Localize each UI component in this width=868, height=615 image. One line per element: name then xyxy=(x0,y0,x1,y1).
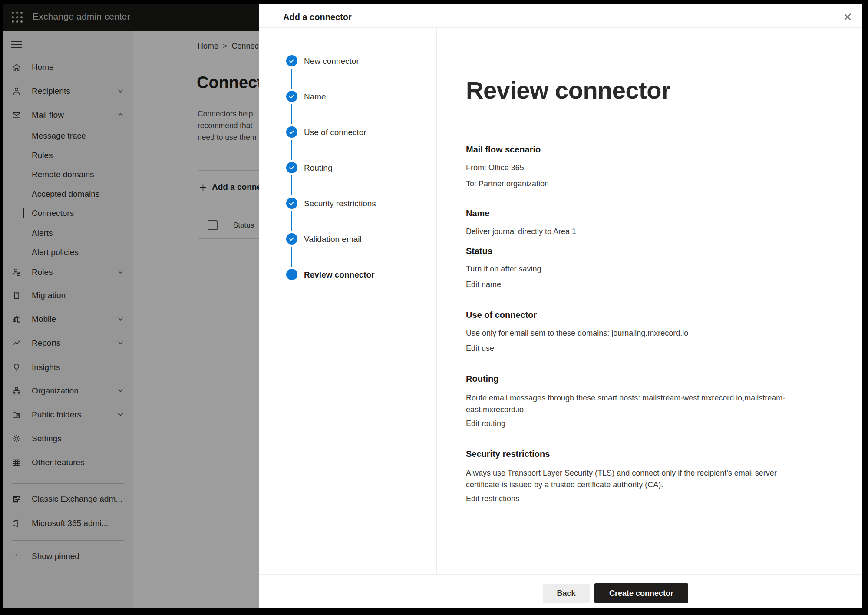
step-security-restrictions[interactable]: Security restrictions xyxy=(304,198,376,209)
step-review-connector[interactable]: Review connector xyxy=(304,269,375,281)
step-complete-icon[interactable] xyxy=(286,233,297,245)
mail-flow-from: From: Office 365 xyxy=(466,163,524,172)
step-current-icon[interactable] xyxy=(286,269,297,280)
divider xyxy=(259,27,862,28)
step-use-of-connector[interactable]: Use of connector xyxy=(304,127,366,138)
use-of-connector-value: Use only for email sent to these domains… xyxy=(466,329,688,338)
edit-use-link[interactable]: Edit use xyxy=(466,344,494,353)
step-complete-icon[interactable] xyxy=(286,91,297,102)
security-restrictions-value: Always use Transport Layer Security (TLS… xyxy=(466,467,809,491)
routing-heading: Routing xyxy=(466,374,499,384)
screenshot-stage: Exchange admin center Home Recipients xyxy=(0,0,868,615)
step-name[interactable]: Name xyxy=(304,91,326,102)
step-validation-email[interactable]: Validation email xyxy=(304,234,362,245)
step-new-connector[interactable]: New connector xyxy=(304,56,359,67)
step-routing[interactable]: Routing xyxy=(304,162,333,174)
mail-flow-to: To: Partner organization xyxy=(466,179,549,188)
name-heading: Name xyxy=(466,208,489,218)
use-of-connector-heading: Use of connector xyxy=(466,310,537,320)
step-complete-icon[interactable] xyxy=(286,55,297,66)
routing-value: Route email messages through these smart… xyxy=(466,392,809,416)
modal-title: Add a connector xyxy=(283,12,352,22)
divider xyxy=(436,28,437,574)
step-complete-icon[interactable] xyxy=(286,198,297,209)
review-title: Review connector xyxy=(466,76,670,104)
edit-restrictions-link[interactable]: Edit restrictions xyxy=(466,494,519,503)
create-connector-button[interactable]: Create connector xyxy=(594,583,688,603)
edit-routing-link[interactable]: Edit routing xyxy=(466,419,505,428)
name-value: Deliver journal directly to Area 1 xyxy=(466,227,576,236)
close-icon[interactable] xyxy=(840,10,855,24)
mail-flow-scenario-heading: Mail flow scenario xyxy=(466,145,541,155)
edit-name-link[interactable]: Edit name xyxy=(466,280,501,289)
status-heading: Status xyxy=(466,246,492,256)
divider xyxy=(259,574,862,575)
security-restrictions-heading: Security restrictions xyxy=(466,449,550,459)
add-connector-modal: Add a connector New connector Name Use o… xyxy=(259,4,862,608)
back-button[interactable]: Back xyxy=(543,584,590,603)
status-value: Turn it on after saving xyxy=(466,265,541,274)
step-complete-icon[interactable] xyxy=(286,162,297,173)
step-complete-icon[interactable] xyxy=(286,126,297,138)
